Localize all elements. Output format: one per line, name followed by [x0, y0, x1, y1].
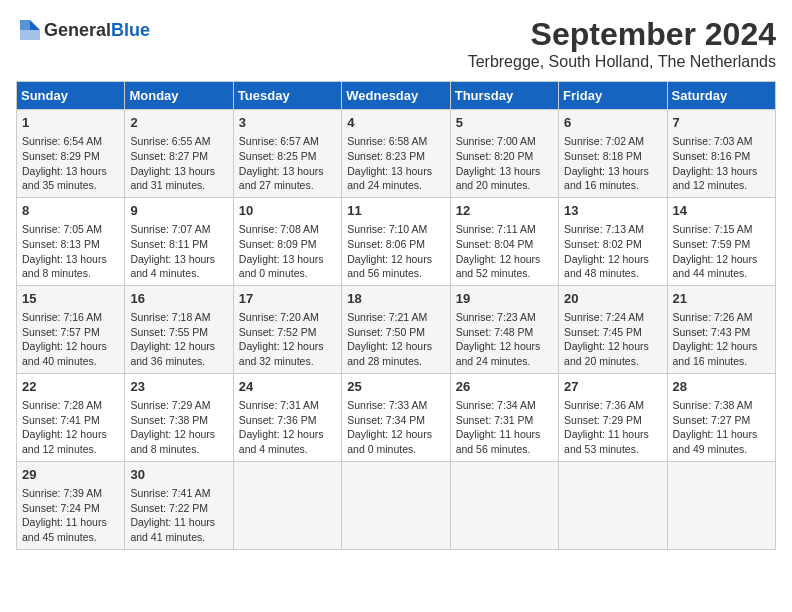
daylight-text: Daylight: 13 hours and 8 minutes.: [22, 253, 107, 280]
day-number: 30: [130, 466, 227, 484]
calendar-cell: 20Sunrise: 7:24 AMSunset: 7:45 PMDayligh…: [559, 285, 667, 373]
sunset-text: Sunset: 8:11 PM: [130, 238, 208, 250]
sunrise-text: Sunrise: 7:10 AM: [347, 223, 427, 235]
sunset-text: Sunset: 7:57 PM: [22, 326, 100, 338]
sunset-text: Sunset: 8:20 PM: [456, 150, 534, 162]
sunrise-text: Sunrise: 7:00 AM: [456, 135, 536, 147]
svg-rect-1: [20, 20, 30, 30]
logo-general: General: [44, 20, 111, 41]
sunrise-text: Sunrise: 7:15 AM: [673, 223, 753, 235]
day-number: 26: [456, 378, 553, 396]
weekday-thursday: Thursday: [450, 82, 558, 110]
sunset-text: Sunset: 7:36 PM: [239, 414, 317, 426]
sunrise-text: Sunrise: 7:13 AM: [564, 223, 644, 235]
day-number: 13: [564, 202, 661, 220]
calendar-cell: [450, 461, 558, 549]
calendar-week-row: 1Sunrise: 6:54 AMSunset: 8:29 PMDaylight…: [17, 110, 776, 198]
daylight-text: Daylight: 12 hours and 28 minutes.: [347, 340, 432, 367]
calendar-cell: 1Sunrise: 6:54 AMSunset: 8:29 PMDaylight…: [17, 110, 125, 198]
sunset-text: Sunset: 8:29 PM: [22, 150, 100, 162]
day-number: 14: [673, 202, 770, 220]
sunrise-text: Sunrise: 7:23 AM: [456, 311, 536, 323]
daylight-text: Daylight: 11 hours and 49 minutes.: [673, 428, 758, 455]
calendar-cell: 2Sunrise: 6:55 AMSunset: 8:27 PMDaylight…: [125, 110, 233, 198]
sunrise-text: Sunrise: 7:26 AM: [673, 311, 753, 323]
sunrise-text: Sunrise: 7:41 AM: [130, 487, 210, 499]
calendar-cell: 13Sunrise: 7:13 AMSunset: 8:02 PMDayligh…: [559, 197, 667, 285]
daylight-text: Daylight: 12 hours and 12 minutes.: [22, 428, 107, 455]
daylight-text: Daylight: 12 hours and 24 minutes.: [456, 340, 541, 367]
day-number: 5: [456, 114, 553, 132]
daylight-text: Daylight: 12 hours and 20 minutes.: [564, 340, 649, 367]
calendar-cell: 19Sunrise: 7:23 AMSunset: 7:48 PMDayligh…: [450, 285, 558, 373]
daylight-text: Daylight: 13 hours and 4 minutes.: [130, 253, 215, 280]
day-number: 24: [239, 378, 336, 396]
day-number: 10: [239, 202, 336, 220]
daylight-text: Daylight: 13 hours and 16 minutes.: [564, 165, 649, 192]
day-number: 22: [22, 378, 119, 396]
daylight-text: Daylight: 12 hours and 48 minutes.: [564, 253, 649, 280]
calendar-cell: 25Sunrise: 7:33 AMSunset: 7:34 PMDayligh…: [342, 373, 450, 461]
sunrise-text: Sunrise: 7:18 AM: [130, 311, 210, 323]
daylight-text: Daylight: 11 hours and 41 minutes.: [130, 516, 215, 543]
calendar-cell: 27Sunrise: 7:36 AMSunset: 7:29 PMDayligh…: [559, 373, 667, 461]
sunrise-text: Sunrise: 6:58 AM: [347, 135, 427, 147]
calendar-cell: 21Sunrise: 7:26 AMSunset: 7:43 PMDayligh…: [667, 285, 775, 373]
daylight-text: Daylight: 12 hours and 0 minutes.: [347, 428, 432, 455]
daylight-text: Daylight: 12 hours and 36 minutes.: [130, 340, 215, 367]
day-number: 7: [673, 114, 770, 132]
calendar-cell: 7Sunrise: 7:03 AMSunset: 8:16 PMDaylight…: [667, 110, 775, 198]
sunrise-text: Sunrise: 7:36 AM: [564, 399, 644, 411]
sunset-text: Sunset: 7:55 PM: [130, 326, 208, 338]
day-number: 12: [456, 202, 553, 220]
sunset-text: Sunset: 8:13 PM: [22, 238, 100, 250]
day-number: 4: [347, 114, 444, 132]
calendar-cell: 11Sunrise: 7:10 AMSunset: 8:06 PMDayligh…: [342, 197, 450, 285]
calendar-title-area: September 2024 Terbregge, South Holland,…: [468, 16, 776, 71]
sunset-text: Sunset: 7:29 PM: [564, 414, 642, 426]
calendar-cell: 30Sunrise: 7:41 AMSunset: 7:22 PMDayligh…: [125, 461, 233, 549]
day-number: 19: [456, 290, 553, 308]
day-number: 18: [347, 290, 444, 308]
calendar-cell: 4Sunrise: 6:58 AMSunset: 8:23 PMDaylight…: [342, 110, 450, 198]
day-number: 25: [347, 378, 444, 396]
sunset-text: Sunset: 8:02 PM: [564, 238, 642, 250]
calendar-week-row: 22Sunrise: 7:28 AMSunset: 7:41 PMDayligh…: [17, 373, 776, 461]
calendar-cell: [233, 461, 341, 549]
page-header: GeneralBlue September 2024 Terbregge, So…: [16, 16, 776, 71]
daylight-text: Daylight: 13 hours and 24 minutes.: [347, 165, 432, 192]
daylight-text: Daylight: 11 hours and 53 minutes.: [564, 428, 649, 455]
daylight-text: Daylight: 13 hours and 20 minutes.: [456, 165, 541, 192]
calendar-cell: 28Sunrise: 7:38 AMSunset: 7:27 PMDayligh…: [667, 373, 775, 461]
sunset-text: Sunset: 7:59 PM: [673, 238, 751, 250]
calendar-week-row: 8Sunrise: 7:05 AMSunset: 8:13 PMDaylight…: [17, 197, 776, 285]
calendar-cell: 10Sunrise: 7:08 AMSunset: 8:09 PMDayligh…: [233, 197, 341, 285]
daylight-text: Daylight: 12 hours and 16 minutes.: [673, 340, 758, 367]
sunset-text: Sunset: 7:27 PM: [673, 414, 751, 426]
calendar-cell: 18Sunrise: 7:21 AMSunset: 7:50 PMDayligh…: [342, 285, 450, 373]
daylight-text: Daylight: 11 hours and 45 minutes.: [22, 516, 107, 543]
sunrise-text: Sunrise: 7:24 AM: [564, 311, 644, 323]
day-number: 27: [564, 378, 661, 396]
calendar-cell: 14Sunrise: 7:15 AMSunset: 7:59 PMDayligh…: [667, 197, 775, 285]
day-number: 17: [239, 290, 336, 308]
calendar-cell: [559, 461, 667, 549]
weekday-wednesday: Wednesday: [342, 82, 450, 110]
sunrise-text: Sunrise: 7:03 AM: [673, 135, 753, 147]
month-title: September 2024: [468, 16, 776, 53]
sunrise-text: Sunrise: 7:08 AM: [239, 223, 319, 235]
location-title: Terbregge, South Holland, The Netherland…: [468, 53, 776, 71]
day-number: 6: [564, 114, 661, 132]
day-number: 15: [22, 290, 119, 308]
daylight-text: Daylight: 12 hours and 40 minutes.: [22, 340, 107, 367]
svg-rect-2: [20, 30, 40, 40]
calendar-cell: 26Sunrise: 7:34 AMSunset: 7:31 PMDayligh…: [450, 373, 558, 461]
daylight-text: Daylight: 13 hours and 0 minutes.: [239, 253, 324, 280]
calendar-cell: 23Sunrise: 7:29 AMSunset: 7:38 PMDayligh…: [125, 373, 233, 461]
weekday-sunday: Sunday: [17, 82, 125, 110]
calendar-table: SundayMondayTuesdayWednesdayThursdayFrid…: [16, 81, 776, 550]
sunset-text: Sunset: 7:41 PM: [22, 414, 100, 426]
sunrise-text: Sunrise: 7:38 AM: [673, 399, 753, 411]
calendar-cell: [667, 461, 775, 549]
day-number: 28: [673, 378, 770, 396]
